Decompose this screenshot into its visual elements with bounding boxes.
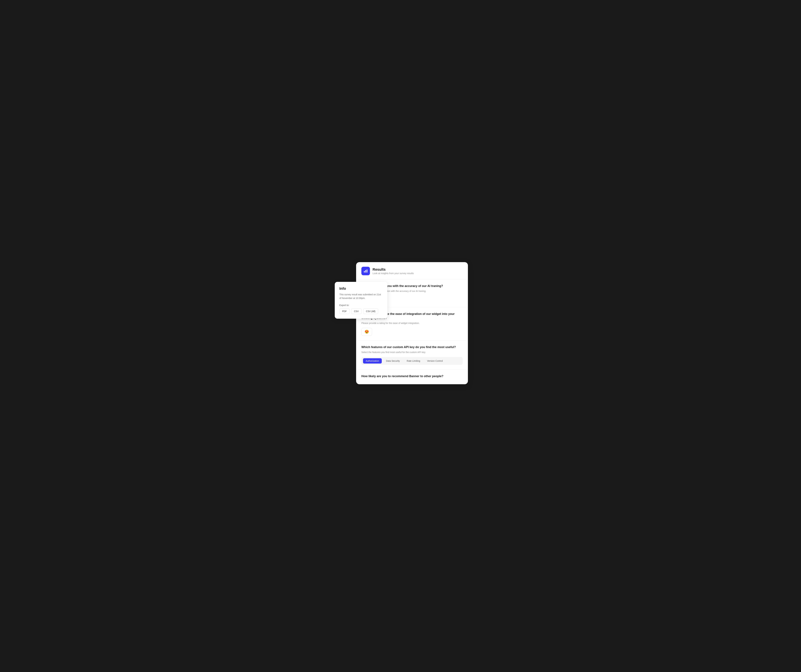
export-csv-all-button[interactable]: CSV (All) xyxy=(363,309,378,314)
feature-tag-rate-limiting[interactable]: Rate Limiting xyxy=(404,358,423,363)
question-title-q3: Which features of our custom API key do … xyxy=(361,345,463,349)
export-csv-button[interactable]: CSV xyxy=(351,309,362,314)
svg-rect-2 xyxy=(367,269,367,272)
results-title-group: Results Look at insights from your surve… xyxy=(373,267,414,275)
results-title: Results xyxy=(373,267,414,272)
info-card-title: Info xyxy=(339,286,383,291)
info-card-description: This survey result was submitted on 21st… xyxy=(339,293,383,300)
feature-tag-authorization[interactable]: Authorization xyxy=(363,358,382,363)
question-desc-q2: Please provide a rating for the ease of … xyxy=(361,322,463,325)
feature-tag-data-security[interactable]: Data Security xyxy=(383,358,402,363)
info-card: Info This survey result was submitted on… xyxy=(335,282,388,319)
heart-eyes-emoji: 😍 xyxy=(365,330,369,334)
svg-rect-0 xyxy=(364,271,365,272)
bar-chart-icon xyxy=(364,269,368,273)
question-block-q4: How likely are you to recommend Banner t… xyxy=(356,370,468,384)
export-buttons-group: PDF CSV CSV (All) xyxy=(339,309,383,314)
svg-rect-1 xyxy=(365,270,366,272)
export-pdf-button[interactable]: PDF xyxy=(339,309,349,314)
results-card: Results Look at insights from your surve… xyxy=(356,262,468,384)
feature-tags-group: Authorization Data Security Rate Limitin… xyxy=(361,357,463,365)
results-icon xyxy=(361,267,370,275)
question-title-q4: How likely are you to recommend Banner t… xyxy=(361,374,463,378)
export-label: Export to: xyxy=(339,304,383,307)
feature-tag-version-control[interactable]: Version Control xyxy=(424,358,446,363)
question-desc-q3: Select the features you find most useful… xyxy=(361,350,463,354)
emoji-rating-answer: 😍 xyxy=(361,328,372,336)
question-block-q3: Which features of our custom API key do … xyxy=(356,341,468,370)
results-subtitle: Look at insights from your survey result… xyxy=(373,272,414,275)
results-header: Results Look at insights from your surve… xyxy=(356,262,468,280)
scene: Info This survey result was submitted on… xyxy=(336,262,465,410)
